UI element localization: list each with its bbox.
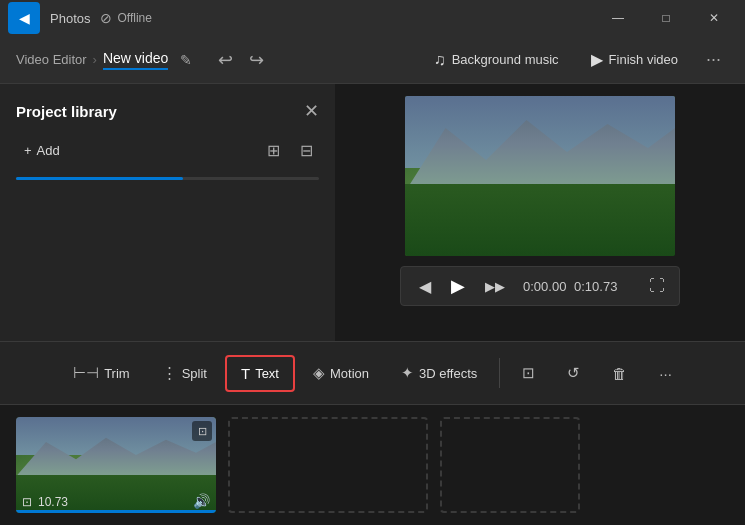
finish-label: Finish video [609,52,678,67]
delete-button[interactable]: 🗑 [598,357,641,390]
timeline-empty-slot-1[interactable] [228,417,428,513]
clip-duration-icon: ⊡ [22,495,32,509]
edit-title-icon[interactable]: ✎ [180,52,192,68]
trim-icon: ⊢⊣ [73,364,99,382]
tree-layer [405,184,675,256]
toolbar-left: Video Editor › New video ✎ ↩ ↪ [16,45,422,75]
app-title: Photos [50,11,90,26]
music-label: Background music [452,52,559,67]
project-library-title: Project library [16,103,117,120]
rotate-button[interactable]: ↺ [553,356,594,390]
project-library-panel: Project library ✕ + Add ⊞ ⊟ [0,84,335,341]
trim-label: Trim [104,366,130,381]
breadcrumb-separator: › [93,52,97,67]
timeline-empty-slot-2[interactable] [440,417,580,513]
play-button[interactable]: ▶ [445,273,471,299]
finish-video-button[interactable]: ▶ Finish video [579,44,690,75]
video-preview [405,96,675,256]
playback-controls: ◀ ▶ ▶▶ 0:00.00 0:10.73 ⛶ [400,266,680,306]
list-view-button[interactable]: ⊟ [294,138,319,163]
library-progress-bar [16,177,319,180]
maximize-icon: □ [662,11,669,25]
split-button[interactable]: ⋮ Split [148,356,221,390]
clip-duration: 10.73 [38,495,68,509]
minimize-button[interactable]: — [595,0,641,36]
video-frame [405,96,675,256]
timeline: ⊡ ⊡ 10.73 🔊 [0,405,745,525]
main-area: Project library ✕ + Add ⊞ ⊟ ◀ [0,84,745,341]
split-icon: ⋮ [162,364,177,382]
breadcrumb-current: New video [103,50,168,70]
crop-button[interactable]: ⊡ [508,356,549,390]
current-time: 0:00.00 0:10.73 [523,279,617,294]
clip-audio-icon: 🔊 [193,493,210,509]
more-tools-button[interactable]: ··· [645,357,686,390]
close-icon: ✕ [709,11,719,25]
minimize-icon: — [612,11,624,25]
text-button[interactable]: T Text [225,355,295,392]
library-close-button[interactable]: ✕ [304,100,319,122]
add-label: Add [37,143,60,158]
library-actions: + Add ⊞ ⊟ [16,138,319,163]
offline-label: Offline [117,11,151,25]
view-toggle-group: ⊞ ⊟ [261,138,319,163]
back-icon: ◀ [19,10,30,26]
toolbar: Video Editor › New video ✎ ↩ ↪ ♫ Backgro… [0,36,745,84]
motion-button[interactable]: ◈ Motion [299,356,383,390]
maximize-button[interactable]: □ [643,0,689,36]
text-icon: T [241,365,250,382]
total-time-value: 0:10.73 [574,279,617,294]
forward-button[interactable]: ▶▶ [481,277,509,296]
background-music-button[interactable]: ♫ Background music [422,45,571,75]
3d-effects-icon: ✦ [401,364,414,382]
breadcrumb-parent[interactable]: Video Editor [16,52,87,67]
3d-effects-label: 3D effects [419,366,477,381]
add-icon: + [24,143,32,158]
offline-icon: ⊘ [100,10,112,26]
text-label: Text [255,366,279,381]
more-tools-icon: ··· [659,365,672,382]
grid-view-button[interactable]: ⊞ [261,138,286,163]
close-button[interactable]: ✕ [691,0,737,36]
motion-label: Motion [330,366,369,381]
delete-icon: 🗑 [612,365,627,382]
clip-type-icon: ⊡ [192,421,212,441]
current-time-value: 0:00.00 [523,279,566,294]
rewind-button[interactable]: ◀ [415,275,435,298]
trim-button[interactable]: ⊢⊣ Trim [59,356,144,390]
redo-button[interactable]: ↪ [245,45,268,75]
preview-panel: ◀ ▶ ▶▶ 0:00.00 0:10.73 ⛶ [335,84,745,341]
clip-info: ⊡ 10.73 [22,495,68,509]
fullscreen-button[interactable]: ⛶ [649,277,665,295]
back-button[interactable]: ◀ [8,2,40,34]
edit-toolbar: ⊢⊣ Trim ⋮ Split T Text ◈ Motion ✦ 3D eff… [0,341,745,405]
3d-effects-button[interactable]: ✦ 3D effects [387,356,491,390]
add-media-button[interactable]: + Add [16,139,68,162]
title-bar: ◀ Photos ⊘ Offline — □ ✕ [0,0,745,36]
undo-button[interactable]: ↩ [214,45,237,75]
timeline-clip[interactable]: ⊡ ⊡ 10.73 🔊 [16,417,216,513]
toolbar-divider [499,358,500,388]
toolbar-right: ♫ Background music ▶ Finish video ··· [422,44,729,75]
offline-indicator: ⊘ Offline [100,10,151,26]
rotate-icon: ↺ [567,364,580,382]
undo-redo-group: ↩ ↪ [214,45,268,75]
motion-icon: ◈ [313,364,325,382]
finish-icon: ▶ [591,50,603,69]
split-label: Split [182,366,207,381]
project-library-header: Project library ✕ [16,100,319,122]
clip-progress-bar [16,510,216,513]
title-bar-left: ◀ Photos ⊘ Offline [8,2,152,34]
breadcrumb: Video Editor › New video [16,50,168,70]
library-progress-fill [16,177,183,180]
music-icon: ♫ [434,51,446,69]
crop-icon: ⊡ [522,364,535,382]
toolbar-more-button[interactable]: ··· [698,45,729,74]
title-bar-controls: — □ ✕ [595,0,737,36]
